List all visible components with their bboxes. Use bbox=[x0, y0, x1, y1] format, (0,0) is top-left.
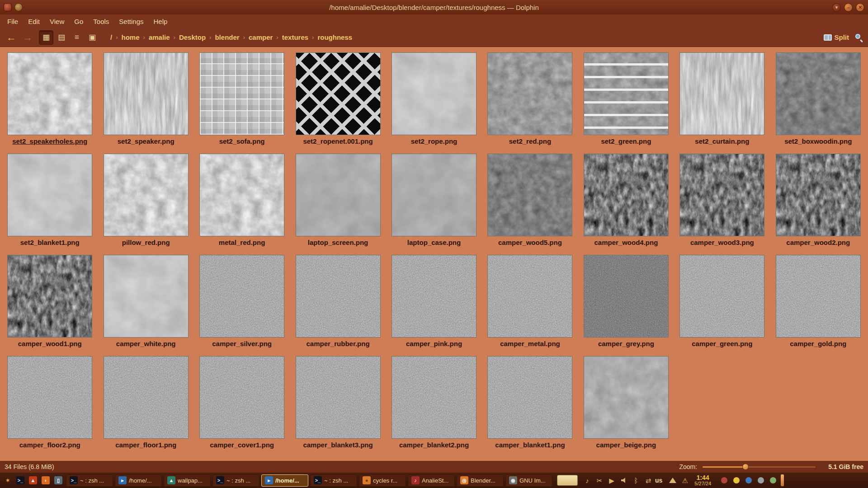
pager-widget[interactable] bbox=[557, 475, 578, 486]
battery-icon[interactable] bbox=[769, 476, 777, 484]
file-item[interactable]: set2_red.png bbox=[482, 52, 578, 154]
file-item[interactable]: camper_silver.png bbox=[194, 255, 290, 356]
task-button[interactable]: >_~ : zsh ... bbox=[66, 474, 113, 487]
file-thumbnail[interactable] bbox=[487, 154, 572, 236]
breadcrumb-item[interactable]: / bbox=[110, 33, 112, 41]
note-icon[interactable]: ♪ bbox=[583, 476, 591, 484]
file-item[interactable]: camper_pink.png bbox=[386, 255, 482, 356]
window-app-icon[interactable] bbox=[14, 3, 23, 11]
file-thumbnail[interactable] bbox=[199, 52, 284, 135]
file-thumbnail[interactable] bbox=[679, 255, 764, 338]
view-details-button[interactable]: ≡ bbox=[70, 30, 84, 45]
task-button[interactable]: ▸/home/... bbox=[261, 474, 308, 487]
file-item[interactable]: camper_white.png bbox=[98, 255, 193, 356]
search-icon[interactable] bbox=[854, 33, 863, 42]
file-thumbnail[interactable] bbox=[104, 154, 189, 236]
bluetooth-icon[interactable]: ᛒ bbox=[632, 476, 640, 484]
apps-icon[interactable] bbox=[720, 476, 728, 484]
file-item[interactable]: camper_metal.png bbox=[482, 255, 578, 356]
file-item[interactable]: camper_rubber.png bbox=[290, 255, 386, 356]
breadcrumb-item[interactable]: amalie bbox=[149, 33, 170, 41]
launcher-terminal[interactable]: >_ bbox=[14, 474, 26, 486]
file-item[interactable]: camper_gold.png bbox=[770, 255, 866, 356]
file-thumbnail[interactable] bbox=[392, 356, 476, 439]
wifi-icon[interactable] bbox=[669, 476, 677, 484]
file-thumbnail[interactable] bbox=[584, 154, 669, 236]
file-thumbnail[interactable] bbox=[104, 356, 189, 439]
file-thumbnail[interactable] bbox=[7, 52, 92, 135]
sync-icon[interactable]: ⇄ bbox=[644, 476, 652, 484]
file-item[interactable]: set2_sofa.png bbox=[194, 52, 290, 154]
view-compact-button[interactable]: ▤ bbox=[54, 30, 69, 45]
minimize-button[interactable]: – bbox=[844, 3, 853, 12]
file-thumbnail[interactable] bbox=[776, 154, 861, 236]
chat-icon[interactable] bbox=[732, 476, 741, 484]
task-button[interactable]: ◎Blender... bbox=[457, 474, 504, 487]
file-thumbnail[interactable] bbox=[296, 255, 381, 338]
menu-item-go[interactable]: Go bbox=[70, 16, 88, 27]
file-thumbnail[interactable] bbox=[487, 255, 572, 338]
zoom-slider[interactable] bbox=[703, 466, 816, 468]
file-item[interactable]: laptop_screen.png bbox=[290, 154, 386, 255]
file-thumbnail[interactable] bbox=[487, 52, 572, 135]
file-thumbnail[interactable] bbox=[679, 154, 764, 236]
file-item[interactable]: set2_ropenet.001.png bbox=[290, 52, 386, 154]
clock[interactable]: 1:44 5/27/24 bbox=[694, 474, 711, 486]
task-button[interactable]: >_~ : zsh ... bbox=[310, 474, 357, 487]
task-button[interactable]: ◉GNU Im... bbox=[505, 474, 552, 487]
breadcrumb-item[interactable]: blender bbox=[215, 33, 239, 41]
menu-item-settings[interactable]: Settings bbox=[114, 16, 148, 27]
file-thumbnail[interactable] bbox=[776, 52, 861, 135]
breadcrumb-item[interactable]: camper bbox=[249, 33, 273, 41]
file-thumbnail[interactable] bbox=[679, 52, 764, 135]
file-thumbnail[interactable] bbox=[199, 356, 284, 439]
file-item[interactable]: laptop_case.png bbox=[386, 154, 482, 255]
file-thumbnail[interactable] bbox=[392, 255, 476, 338]
file-thumbnail[interactable] bbox=[584, 255, 669, 338]
file-thumbnail[interactable] bbox=[776, 255, 861, 338]
file-item[interactable]: pillow_red.png bbox=[98, 154, 193, 255]
file-item[interactable]: camper_grey.png bbox=[578, 255, 674, 356]
back-icon[interactable]: ← bbox=[5, 32, 18, 43]
task-button[interactable]: >_~ : zsh ... bbox=[212, 474, 259, 487]
window-shade-button[interactable]: ▾ bbox=[832, 3, 841, 12]
keyboard-layout-indicator[interactable]: us bbox=[655, 477, 662, 484]
file-item[interactable]: camper_wood3.png bbox=[674, 154, 770, 255]
launcher-firefox[interactable]: ◗ bbox=[40, 474, 52, 486]
breadcrumb-item[interactable]: Desktop bbox=[179, 33, 206, 41]
file-thumbnail[interactable] bbox=[296, 52, 381, 135]
forward-icon[interactable]: → bbox=[21, 32, 34, 43]
task-button[interactable]: ♪AnalieSt... bbox=[408, 474, 455, 487]
file-item[interactable]: camper_floor1.png bbox=[98, 356, 193, 457]
menu-item-tools[interactable]: Tools bbox=[89, 16, 113, 27]
menu-item-view[interactable]: View bbox=[45, 16, 69, 27]
file-thumbnail[interactable] bbox=[7, 356, 92, 439]
peek-desktop-widget[interactable] bbox=[781, 474, 784, 486]
file-thumbnail[interactable] bbox=[104, 52, 189, 135]
plasma-icon[interactable] bbox=[745, 476, 753, 484]
file-item[interactable]: set2_rope.png bbox=[386, 52, 482, 154]
file-thumbnail[interactable] bbox=[392, 52, 476, 135]
file-item[interactable]: camper_blanket1.png bbox=[482, 356, 578, 457]
zoom-slider-handle[interactable] bbox=[742, 464, 749, 470]
file-item[interactable]: camper_blanket3.png bbox=[290, 356, 386, 457]
file-thumbnail[interactable] bbox=[296, 154, 381, 236]
keep-above-icon[interactable] bbox=[4, 3, 12, 11]
menu-item-help[interactable]: Help bbox=[149, 16, 172, 27]
display-icon[interactable] bbox=[757, 476, 765, 484]
close-button[interactable]: ✕ bbox=[856, 3, 864, 12]
file-item[interactable]: camper_blanket2.png bbox=[386, 356, 482, 457]
play-icon[interactable]: ▶ bbox=[608, 476, 616, 484]
breadcrumb-item[interactable]: roughness bbox=[317, 33, 352, 41]
file-item[interactable]: camper_cover1.png bbox=[194, 356, 290, 457]
file-item[interactable]: set2_boxwoodin.png bbox=[770, 52, 866, 154]
file-item[interactable]: set2_green.png bbox=[578, 52, 674, 154]
file-item[interactable]: set2_speakerholes.png bbox=[2, 52, 98, 154]
file-thumbnail[interactable] bbox=[392, 154, 476, 236]
file-item[interactable]: camper_wood1.png bbox=[2, 255, 98, 356]
file-thumbnail[interactable] bbox=[487, 356, 572, 439]
file-thumbnail[interactable] bbox=[584, 52, 669, 135]
file-item[interactable]: camper_beige.png bbox=[578, 356, 674, 457]
launcher-app-menu[interactable]: ✶ bbox=[2, 474, 14, 486]
menu-item-file[interactable]: File bbox=[3, 16, 23, 27]
